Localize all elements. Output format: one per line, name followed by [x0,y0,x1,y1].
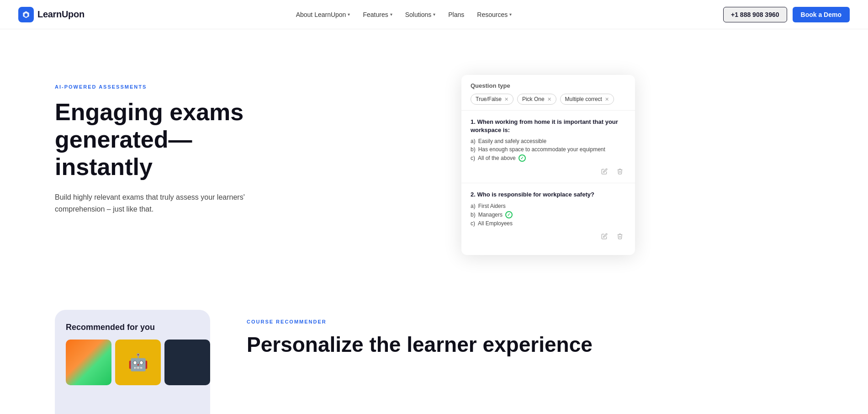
bottom-badge: COURSE RECOMMENDER [247,319,593,324]
bottom-right-content: COURSE RECOMMENDER Personalize the learn… [247,310,593,357]
question-1-option-b: b) Has enough space to accommodate your … [471,146,626,153]
hero-section: AI-POWERED ASSESSMENTS Engaging exams ge… [0,29,868,282]
question-2-option-c: c) All Employees [471,220,626,227]
question-type-section: Question type True/False ✕ Pick One ✕ Mu… [461,75,635,105]
hero-content: AI-POWERED ASSESSMENTS Engaging exams ge… [55,66,283,215]
close-icon[interactable]: ✕ [605,96,609,102]
nav-resources[interactable]: Resources ▾ [471,7,517,22]
question-1-actions [471,165,626,177]
hero-description: Build highly relevant exams that truly a… [55,191,247,215]
nav-links: About LearnUpon ▾ Features ▾ Solutions ▾… [291,7,518,22]
tag-pick-one[interactable]: Pick One ✕ [517,94,556,105]
chevron-down-icon: ▾ [390,12,392,17]
logo-link[interactable]: LearnUpon [18,7,85,22]
bottom-title: Personalize the learner experience [247,333,593,357]
edit-question-1-button[interactable] [598,165,610,177]
question-1: 1. When working from home it is importan… [461,111,635,183]
course-thumbnails: 🤖 [66,340,199,385]
question-2-option-a: a) First Aiders [471,203,626,209]
robot-emoji: 🤖 [128,353,148,372]
course-card: Recommended for you 🤖 [55,310,210,414]
tag-true-false[interactable]: True/False ✕ [471,94,513,105]
chevron-down-icon: ▾ [433,12,435,17]
book-demo-button[interactable]: Book a Demo [793,7,850,22]
chevron-down-icon: ▾ [348,12,350,17]
tag-multiple-correct[interactable]: Multiple correct ✕ [560,94,614,105]
edit-question-2-button[interactable] [598,230,610,242]
question-2-text: 2. Who is responsible for workplace safe… [471,191,626,199]
question-1-text: 1. When working from home it is importan… [471,118,626,134]
close-icon[interactable]: ✕ [547,96,551,102]
nav-solutions[interactable]: Solutions ▾ [400,7,441,22]
phone-button[interactable]: +1 888 908 3960 [723,7,787,22]
delete-question-2-button[interactable] [614,230,626,242]
hero-visual: Question type True/False ✕ Pick One ✕ Mu… [283,66,813,255]
correct-answer-icon [519,154,526,162]
question-type-tags: True/False ✕ Pick One ✕ Multiple correct… [471,94,626,105]
nav-plans[interactable]: Plans [443,7,470,22]
logo-icon [18,7,34,22]
question-2: 2. Who is responsible for workplace safe… [461,183,635,247]
close-icon[interactable]: ✕ [504,96,508,102]
hero-badge: AI-POWERED ASSESSMENTS [55,84,283,90]
delete-question-1-button[interactable] [614,165,626,177]
nav-features[interactable]: Features ▾ [357,7,397,22]
navbar: LearnUpon About LearnUpon ▾ Features ▾ S… [0,0,868,29]
question-2-actions [471,230,626,242]
correct-answer-icon-2 [505,211,513,218]
chevron-down-icon: ▾ [509,12,512,17]
question-1-option-c: c) All of the above [471,154,626,162]
question-1-option-a: a) Easily and safely accessible [471,138,626,144]
question-card: Question type True/False ✕ Pick One ✕ Mu… [461,75,635,255]
hero-title: Engaging exams generated—instantly [55,99,283,180]
course-thumbnail-3 [164,340,210,385]
nav-actions: +1 888 908 3960 Book a Demo [723,7,850,22]
question-2-option-b: b) Managers [471,211,626,218]
course-thumbnail-1 [66,340,111,385]
course-thumbnail-2: 🤖 [115,340,161,385]
course-card-title: Recommended for you [66,323,199,332]
question-type-label: Question type [471,82,626,89]
nav-about[interactable]: About LearnUpon ▾ [291,7,356,22]
logo-text: LearnUpon [37,9,85,20]
bottom-section: Recommended for you 🤖 COURSE RECOMMENDER… [0,282,868,414]
